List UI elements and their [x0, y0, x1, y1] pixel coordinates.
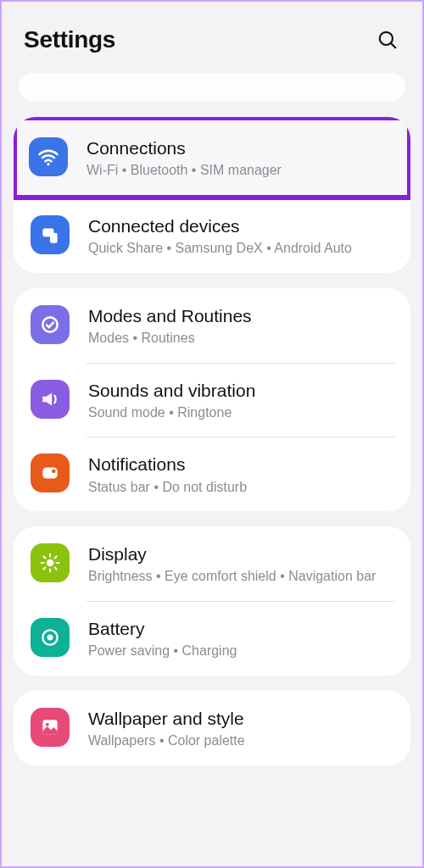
item-subtitle: Quick Share • Samsung DeX • Android Auto [88, 239, 395, 258]
item-sounds-vibration[interactable]: Sounds and vibration Sound mode • Ringto… [14, 363, 410, 437]
svg-point-7 [52, 470, 56, 474]
svg-rect-4 [50, 233, 58, 243]
header: Settings [14, 2, 410, 73]
item-subtitle: Status bar • Do not disturb [88, 478, 395, 497]
modes-icon [31, 305, 70, 344]
svg-line-15 [43, 568, 45, 570]
svg-point-20 [46, 723, 49, 726]
settings-group: Modes and Routines Modes • Routines Soun… [14, 288, 410, 512]
item-title: Sounds and vibration [88, 380, 395, 402]
svg-line-14 [55, 568, 57, 570]
item-connected-devices[interactable]: Connected devices Quick Share • Samsung … [14, 198, 410, 273]
notifications-icon [31, 453, 70, 492]
settings-group: Wallpaper and style Wallpapers • Color p… [14, 691, 410, 765]
item-wallpaper-style[interactable]: Wallpaper and style Wallpapers • Color p… [14, 691, 410, 765]
svg-point-18 [47, 635, 53, 641]
item-display[interactable]: Display Brightness • Eye comfort shield … [14, 526, 410, 601]
item-title: Connected devices [88, 215, 395, 237]
svg-line-16 [55, 557, 57, 559]
item-modes-routines[interactable]: Modes and Routines Modes • Routines [14, 288, 410, 363]
svg-point-8 [47, 559, 54, 567]
item-title: Wallpaper and style [88, 708, 395, 730]
item-subtitle: Modes • Routines [88, 329, 395, 348]
item-title: Modes and Routines [88, 305, 395, 327]
settings-group: Display Brightness • Eye comfort shield … [14, 526, 410, 676]
wifi-icon [29, 137, 68, 176]
devices-icon [31, 215, 70, 254]
search-pill[interactable] [19, 73, 405, 102]
item-title: Battery [88, 618, 395, 640]
svg-line-1 [391, 43, 395, 47]
item-title: Notifications [88, 453, 395, 476]
item-title: Display [88, 543, 395, 565]
page-title: Settings [24, 26, 115, 53]
settings-group: Connections Wi-Fi • Bluetooth • SIM mana… [14, 117, 410, 273]
item-subtitle: Power saving • Charging [88, 642, 395, 660]
display-icon [31, 543, 70, 582]
sound-icon [31, 380, 70, 419]
item-subtitle: Wallpapers • Color palette [88, 732, 395, 750]
svg-rect-6 [42, 468, 57, 479]
item-connections[interactable]: Connections Wi-Fi • Bluetooth • SIM mana… [14, 117, 410, 200]
battery-icon [31, 618, 70, 657]
item-notifications[interactable]: Notifications Status bar • Do not distur… [14, 437, 410, 511]
wallpaper-icon [31, 708, 70, 747]
svg-point-2 [47, 163, 49, 165]
item-battery[interactable]: Battery Power saving • Charging [14, 601, 410, 676]
item-title: Connections [86, 137, 392, 159]
svg-line-13 [43, 557, 45, 559]
search-icon [377, 29, 399, 51]
item-subtitle: Wi-Fi • Bluetooth • SIM manager [86, 161, 392, 180]
item-subtitle: Brightness • Eye comfort shield • Naviga… [88, 567, 395, 586]
search-button[interactable] [373, 25, 402, 54]
item-subtitle: Sound mode • Ringtone [88, 403, 395, 422]
